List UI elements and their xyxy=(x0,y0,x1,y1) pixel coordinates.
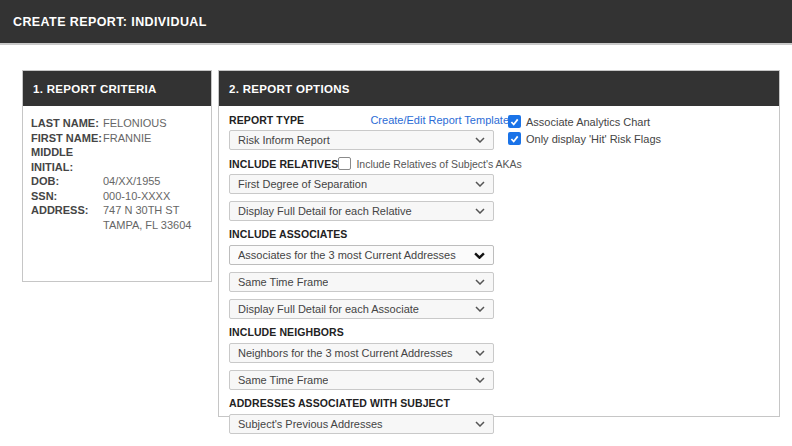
criteria-row-address-line2: TAMPA, FL 33604 xyxy=(31,218,203,233)
checkmark-icon xyxy=(510,118,519,126)
analytics-chart-row: Associate Analytics Chart xyxy=(508,115,661,128)
field-value: FRANNIE xyxy=(103,131,151,146)
chevron-down-icon xyxy=(474,252,485,259)
include-akas-label: Include Relatives of Subject's AKAs xyxy=(356,158,521,170)
field-label: SSN: xyxy=(31,189,103,204)
chevron-down-icon xyxy=(475,421,485,427)
select-value: Risk Inform Report xyxy=(238,134,330,146)
relatives-degree-select[interactable]: First Degree of Separation xyxy=(229,174,494,194)
criteria-row-first-name: FIRST NAME: FRANNIE xyxy=(31,131,203,146)
report-options-header: 2. REPORT OPTIONS xyxy=(219,71,779,106)
chevron-down-icon xyxy=(475,181,485,187)
chevron-down-icon xyxy=(475,279,485,285)
chevron-down-icon xyxy=(475,350,485,356)
associate-analytics-label: Associate Analytics Chart xyxy=(526,116,650,128)
select-value: Display Full Detail for each Relative xyxy=(238,205,412,217)
select-value: Display Full Detail for each Associate xyxy=(238,303,419,315)
report-options-content: REPORT TYPE Create/Edit Report Template … xyxy=(219,106,779,446)
select-value: First Degree of Separation xyxy=(238,178,367,190)
report-options-panel: 2. REPORT OPTIONS REPORT TYPE Create/Edi… xyxy=(218,70,780,417)
addresses-associated-label: ADDRESSES ASSOCIATED WITH SUBJECT xyxy=(229,397,509,409)
field-label: DOB: xyxy=(31,174,103,189)
associates-timeframe-select[interactable]: Same Time Frame xyxy=(229,272,494,292)
create-edit-template-link[interactable]: Create/Edit Report Template xyxy=(370,114,509,126)
field-value: 000-10-XXXX xyxy=(103,189,170,204)
include-relatives-label: INCLUDE RELATIVES xyxy=(229,158,338,170)
select-value: Neighbors for the 3 most Current Address… xyxy=(238,347,453,359)
subject-addresses-select[interactable]: Subject's Previous Addresses xyxy=(229,414,494,434)
criteria-row-middle-initial: MIDDLE INITIAL: xyxy=(31,145,203,174)
include-akas-checkbox[interactable] xyxy=(338,157,351,170)
report-options-title: 2. REPORT OPTIONS xyxy=(229,83,350,95)
field-label xyxy=(31,218,103,233)
options-right-column: Associate Analytics Chart Only display '… xyxy=(508,115,661,145)
chevron-down-icon xyxy=(475,306,485,312)
select-value: Subject's Previous Addresses xyxy=(238,418,383,430)
associate-analytics-checkbox[interactable] xyxy=(508,115,521,128)
page: CREATE REPORT: INDIVIDUAL 1. REPORT CRIT… xyxy=(0,0,792,446)
report-criteria-header: 1. REPORT CRITERIA xyxy=(23,71,211,106)
chevron-down-icon xyxy=(475,137,485,143)
neighbors-timeframe-select[interactable]: Same Time Frame xyxy=(229,370,494,390)
include-associates-label: INCLUDE ASSOCIATES xyxy=(229,228,509,240)
include-relatives-row: INCLUDE RELATIVES Include Relatives of S… xyxy=(229,157,509,170)
field-label: ADDRESS: xyxy=(31,203,103,218)
field-value: TAMPA, FL 33604 xyxy=(103,218,191,233)
hit-risk-flags-checkbox[interactable] xyxy=(508,132,521,145)
field-label: LAST NAME: xyxy=(31,116,103,131)
report-criteria-title: 1. REPORT CRITERIA xyxy=(33,83,157,95)
checkmark-icon xyxy=(510,135,519,143)
select-value: Same Time Frame xyxy=(238,276,328,288)
associates-addresses-select[interactable]: Associates for the 3 most Current Addres… xyxy=(229,245,494,265)
report-type-row: REPORT TYPE Create/Edit Report Template xyxy=(229,114,509,126)
page-title: CREATE REPORT: INDIVIDUAL xyxy=(0,15,207,29)
report-type-select[interactable]: Risk Inform Report xyxy=(229,130,494,150)
options-left-column: REPORT TYPE Create/Edit Report Template … xyxy=(229,114,509,434)
select-value: Associates for the 3 most Current Addres… xyxy=(238,249,456,261)
criteria-row-last-name: LAST NAME: FELONIOUS xyxy=(31,116,203,131)
title-bar: CREATE REPORT: INDIVIDUAL xyxy=(0,0,792,45)
akas-checkbox-row: Include Relatives of Subject's AKAs xyxy=(338,157,521,170)
neighbors-addresses-select[interactable]: Neighbors for the 3 most Current Address… xyxy=(229,343,494,363)
field-value: FELONIOUS xyxy=(103,116,167,131)
hit-risk-flags-label: Only display 'Hit' Risk Flags xyxy=(526,133,661,145)
chevron-down-icon xyxy=(475,208,485,214)
report-criteria-content: LAST NAME: FELONIOUS FIRST NAME: FRANNIE… xyxy=(23,106,211,242)
report-criteria-panel: 1. REPORT CRITERIA LAST NAME: FELONIOUS … xyxy=(22,70,212,282)
criteria-row-dob: DOB: 04/XX/1955 xyxy=(31,174,203,189)
field-label: MIDDLE INITIAL: xyxy=(31,145,103,174)
associates-detail-select[interactable]: Display Full Detail for each Associate xyxy=(229,299,494,319)
relatives-detail-select[interactable]: Display Full Detail for each Relative xyxy=(229,201,494,221)
include-neighbors-label: INCLUDE NEIGHBORS xyxy=(229,326,509,338)
report-type-label: REPORT TYPE xyxy=(229,114,304,126)
chevron-down-icon xyxy=(475,377,485,383)
hit-risk-flags-row: Only display 'Hit' Risk Flags xyxy=(508,132,661,145)
field-value: 04/XX/1955 xyxy=(103,174,161,189)
select-value: Same Time Frame xyxy=(238,374,328,386)
criteria-row-ssn: SSN: 000-10-XXXX xyxy=(31,189,203,204)
field-label: FIRST NAME: xyxy=(31,131,103,146)
criteria-row-address: ADDRESS: 747 N 30TH ST xyxy=(31,203,203,218)
field-value: 747 N 30TH ST xyxy=(103,203,179,218)
